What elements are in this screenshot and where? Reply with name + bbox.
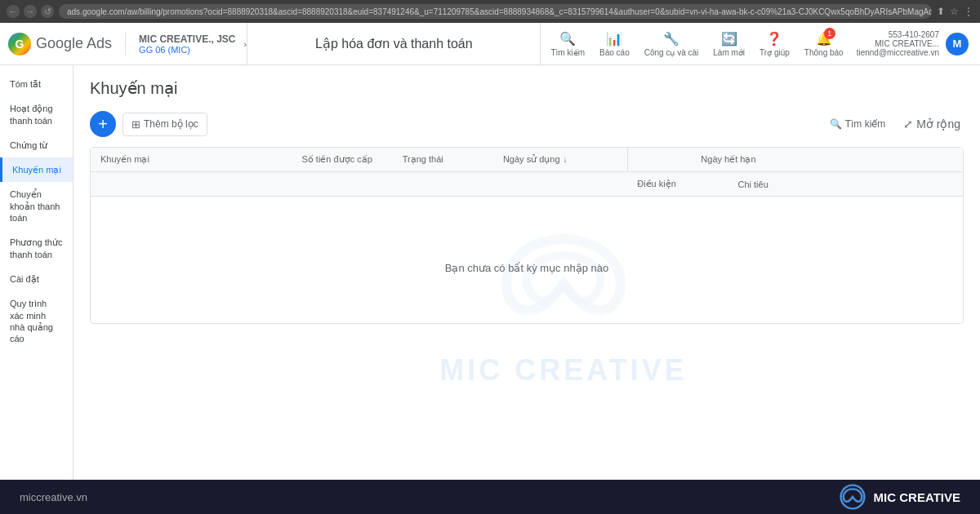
filter-button[interactable]: ⊞ Thêm bộ lọc bbox=[122, 113, 207, 136]
footer: miccreative.vn MIC CREATIVE bbox=[0, 480, 980, 514]
th-empty-last bbox=[829, 172, 963, 196]
filter-label: Thêm bộ lọc bbox=[144, 118, 198, 130]
th-spend: Chi tiêu bbox=[728, 172, 828, 196]
reports-action[interactable]: 📊 Báo cáo bbox=[593, 28, 636, 60]
sidebar-item-summary[interactable]: Tóm tắt bbox=[0, 72, 73, 96]
th-date-used[interactable]: Ngày sử dụng ↓ bbox=[493, 148, 627, 171]
sidebar: Tóm tắt Hoạt động thanh toán Chứng từ Kh… bbox=[0, 65, 74, 480]
footer-url: miccreative.vn bbox=[20, 491, 87, 503]
sidebar-item-transfer[interactable]: Chuyển khoản thanh toán bbox=[0, 182, 73, 230]
share-icon[interactable]: ⬆ bbox=[937, 6, 945, 17]
nav-actions: 🔍 Tìm kiếm 📊 Báo cáo 🔧 Công cụ và cài 🔄 … bbox=[541, 28, 972, 60]
mic-creative-logo-icon bbox=[840, 484, 866, 510]
google-ads-logo: G Google Ads bbox=[8, 33, 112, 55]
content-area: Khuyến mại + ⊞ Thêm bộ lọc 🔍 Tìm kiếm ⤢ … bbox=[74, 65, 980, 480]
browser-bar: ← → ↺ ads.google.com/aw/billing/promotio… bbox=[0, 0, 980, 23]
sidebar-item-payment-method[interactable]: Phương thức thanh toán bbox=[0, 230, 73, 267]
browser-controls: ← → ↺ bbox=[7, 5, 54, 18]
star-icon[interactable]: ☆ bbox=[950, 6, 959, 17]
app-name: Google Ads bbox=[36, 35, 112, 52]
sidebar-item-label: Khuyến mại bbox=[12, 164, 61, 175]
help-icon: ❓ bbox=[766, 31, 782, 47]
promotions-table: Khuyến mại Số tiền được cấp Trạng thái N… bbox=[90, 147, 964, 324]
footer-brand: MIC CREATIVE bbox=[840, 484, 960, 510]
expand-button[interactable]: ⤢ Mở rộng bbox=[900, 114, 964, 134]
user-info: 553-410-2607 MIC CREATIVE... tiennd@micc… bbox=[857, 30, 939, 57]
account-info[interactable]: MIC CREATIVE., JSC GG 06 (MIC) bbox=[139, 33, 235, 55]
user-email: tiennd@miccreative.vn bbox=[857, 48, 939, 57]
expand-icon: ⤢ bbox=[903, 117, 913, 131]
content-title: Khuyến mại bbox=[90, 78, 964, 98]
th-empty-span bbox=[91, 172, 627, 196]
sidebar-item-documents[interactable]: Chứng từ bbox=[0, 133, 73, 157]
notifications-action[interactable]: 🔔 1 Thông báo bbox=[798, 28, 850, 60]
user-account: MIC CREATIVE... bbox=[857, 39, 939, 48]
forward-button[interactable]: → bbox=[24, 5, 37, 18]
empty-state: Bạn chưa có bất kỳ mục nhập nào bbox=[91, 197, 963, 323]
th-expiry: Ngày hết hạn bbox=[627, 148, 828, 171]
search-action[interactable]: 🔍 Tìm kiếm bbox=[544, 28, 591, 60]
tools-icon: 🔧 bbox=[663, 31, 679, 47]
url-text: ads.google.com/aw/billing/promotions?oci… bbox=[67, 7, 932, 16]
browser-icons: ⬆ ☆ ⋮ bbox=[937, 6, 973, 17]
table-header-row1: Khuyến mại Số tiền được cấp Trạng thái N… bbox=[91, 148, 963, 171]
reports-icon: 📊 bbox=[606, 31, 622, 47]
search-icon: 🔍 bbox=[830, 118, 842, 130]
sidebar-item-label: Phương thức thanh toán bbox=[10, 237, 63, 260]
notification-count: 1 bbox=[824, 28, 835, 39]
search-icon: 🔍 bbox=[559, 31, 576, 47]
table-header-row2: Điều kiện Chi tiêu bbox=[91, 171, 963, 197]
refresh-action[interactable]: 🔄 Làm mới bbox=[706, 28, 751, 60]
user-avatar[interactable]: M bbox=[946, 33, 969, 55]
google-icon: G bbox=[8, 33, 31, 55]
th-amount-granted: Số tiền được cấp bbox=[292, 148, 392, 171]
help-action[interactable]: ❓ Trợ giúp bbox=[753, 28, 796, 60]
url-bar[interactable]: ads.google.com/aw/billing/promotions?oci… bbox=[59, 4, 932, 19]
top-nav: G Google Ads MIC CREATIVE., JSC GG 06 (M… bbox=[0, 23, 980, 65]
th-condition: Điều kiện bbox=[627, 172, 728, 196]
sidebar-item-label: Chuyển khoản thanh toán bbox=[10, 188, 63, 224]
expand-label: Mở rộng bbox=[916, 117, 960, 131]
notifications-label: Thông báo bbox=[804, 48, 844, 57]
sidebar-item-label: Tóm tắt bbox=[10, 78, 41, 90]
page-title-section: Lập hóa đơn và thanh toán bbox=[247, 23, 541, 64]
tools-label: Công cụ và cài bbox=[644, 48, 699, 57]
main-layout: Tóm tắt Hoạt động thanh toán Chứng từ Kh… bbox=[0, 65, 980, 480]
refresh-label: Làm mới bbox=[713, 48, 745, 57]
th-promotion: Khuyến mại bbox=[91, 148, 292, 171]
account-name: MIC CREATIVE., JSC bbox=[139, 33, 235, 45]
th-amount-used bbox=[829, 148, 963, 171]
page-title: Lập hóa đơn và thanh toán bbox=[315, 36, 473, 51]
user-phone: 553-410-2607 bbox=[857, 30, 939, 39]
sidebar-item-label: Cài đặt bbox=[10, 273, 39, 285]
empty-message: Bạn chưa có bất kỳ mục nhập nào bbox=[445, 262, 608, 274]
sidebar-item-verification[interactable]: Quy trình xác minh nhà quảng cáo bbox=[0, 291, 73, 351]
search-label: Tìm kiếm bbox=[845, 118, 886, 130]
watermark-text: MIC CREATIVE bbox=[439, 353, 687, 388]
tools-action[interactable]: 🔧 Công cụ và cài bbox=[638, 28, 706, 60]
reload-button[interactable]: ↺ bbox=[41, 5, 54, 18]
help-label: Trợ giúp bbox=[760, 48, 790, 57]
sidebar-item-activity[interactable]: Hoạt động thanh toán bbox=[0, 96, 73, 133]
sidebar-item-settings[interactable]: Cài đặt bbox=[0, 267, 73, 291]
sidebar-item-label: Hoạt động thanh toán bbox=[10, 103, 63, 126]
footer-brand-name: MIC CREATIVE bbox=[874, 490, 960, 504]
add-button[interactable]: + bbox=[90, 111, 116, 137]
notification-badge-container: 🔔 1 bbox=[816, 31, 832, 47]
sidebar-item-label: Chứng từ bbox=[10, 140, 47, 151]
sidebar-item-promotions[interactable]: Khuyến mại bbox=[0, 157, 73, 182]
th-status: Trạng thái bbox=[393, 148, 493, 171]
nav-divider-1 bbox=[125, 33, 126, 55]
back-button[interactable]: ← bbox=[7, 5, 20, 18]
sidebar-item-label: Quy trình xác minh nhà quảng cáo bbox=[10, 298, 63, 344]
menu-icon[interactable]: ⋮ bbox=[964, 6, 973, 17]
content: Khuyến mại + ⊞ Thêm bộ lọc 🔍 Tìm kiếm ⤢ … bbox=[74, 65, 980, 337]
refresh-icon: 🔄 bbox=[721, 31, 737, 47]
search-button[interactable]: 🔍 Tìm kiếm bbox=[822, 113, 894, 135]
reports-label: Báo cáo bbox=[599, 48, 630, 57]
nav-left: G Google Ads MIC CREATIVE., JSC GG 06 (M… bbox=[8, 33, 247, 55]
filter-icon: ⊞ bbox=[131, 118, 140, 131]
search-label: Tìm kiếm bbox=[550, 48, 585, 57]
toolbar: + ⊞ Thêm bộ lọc 🔍 Tìm kiếm ⤢ Mở rộng bbox=[90, 111, 964, 137]
account-id: GG 06 (MIC) bbox=[139, 45, 235, 55]
